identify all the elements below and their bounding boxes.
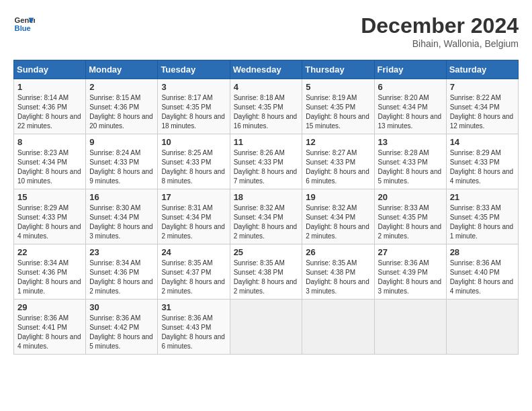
calendar-table: SundayMondayTuesdayWednesdayThursdayFrid… <box>13 60 519 355</box>
day-number: 12 <box>306 137 370 147</box>
calendar-day-cell: 20 Sunrise: 8:33 AMSunset: 4:35 PMDaylig… <box>374 189 446 244</box>
weekday-header: Monday <box>86 60 158 79</box>
day-info: Sunrise: 8:36 AMSunset: 4:39 PMDaylight:… <box>378 259 442 295</box>
day-number: 16 <box>89 192 154 202</box>
calendar-day-cell: 15 Sunrise: 8:29 AMSunset: 4:33 PMDaylig… <box>14 189 86 244</box>
day-number: 2 <box>89 82 154 92</box>
day-number: 17 <box>161 192 226 202</box>
day-info: Sunrise: 8:35 AMSunset: 4:38 PMDaylight:… <box>306 259 369 295</box>
logo-icon: General Blue <box>13 13 35 35</box>
day-number: 1 <box>17 82 82 92</box>
calendar-day-cell: 11 Sunrise: 8:26 AMSunset: 4:33 PMDaylig… <box>230 134 302 189</box>
day-number: 30 <box>89 302 154 312</box>
weekday-header: Friday <box>374 60 446 79</box>
calendar-day-cell: 3 Sunrise: 8:17 AMSunset: 4:35 PMDayligh… <box>158 79 230 134</box>
calendar-day-cell: 10 Sunrise: 8:25 AMSunset: 4:33 PMDaylig… <box>158 134 230 189</box>
day-number: 5 <box>306 82 370 92</box>
weekday-header: Sunday <box>14 60 86 79</box>
calendar-day-cell: 21 Sunrise: 8:33 AMSunset: 4:35 PMDaylig… <box>446 189 518 244</box>
day-number: 20 <box>378 192 443 202</box>
calendar-day-cell: 24 Sunrise: 8:35 AMSunset: 4:37 PMDaylig… <box>158 244 230 300</box>
day-info: Sunrise: 8:34 AMSunset: 4:36 PMDaylight:… <box>89 259 153 295</box>
svg-text:Blue: Blue <box>15 24 31 32</box>
day-number: 11 <box>234 137 299 147</box>
calendar-day-cell: 28 Sunrise: 8:36 AMSunset: 4:40 PMDaylig… <box>446 244 518 300</box>
calendar-day-cell: 23 Sunrise: 8:34 AMSunset: 4:36 PMDaylig… <box>86 244 158 300</box>
day-info: Sunrise: 8:30 AMSunset: 4:34 PMDaylight:… <box>89 204 153 240</box>
day-number: 26 <box>306 247 370 257</box>
day-number: 6 <box>378 82 443 92</box>
day-info: Sunrise: 8:32 AMSunset: 4:34 PMDaylight:… <box>306 204 369 240</box>
calendar-day-cell: 16 Sunrise: 8:30 AMSunset: 4:34 PMDaylig… <box>86 189 158 244</box>
calendar-week-row: 29 Sunrise: 8:36 AMSunset: 4:41 PMDaylig… <box>14 300 519 355</box>
day-number: 14 <box>450 137 515 147</box>
calendar-day-cell <box>374 300 446 355</box>
day-number: 19 <box>306 192 370 202</box>
day-number: 18 <box>234 192 299 202</box>
day-number: 25 <box>234 247 299 257</box>
calendar-day-cell: 30 Sunrise: 8:36 AMSunset: 4:42 PMDaylig… <box>86 300 158 355</box>
day-info: Sunrise: 8:20 AMSunset: 4:34 PMDaylight:… <box>378 94 442 130</box>
day-number: 29 <box>17 302 82 312</box>
calendar-day-cell: 19 Sunrise: 8:32 AMSunset: 4:34 PMDaylig… <box>302 189 374 244</box>
calendar-day-cell: 14 Sunrise: 8:29 AMSunset: 4:33 PMDaylig… <box>446 134 518 189</box>
day-number: 8 <box>17 137 82 147</box>
day-info: Sunrise: 8:17 AMSunset: 4:35 PMDaylight:… <box>161 94 225 130</box>
calendar-day-cell: 22 Sunrise: 8:34 AMSunset: 4:36 PMDaylig… <box>14 244 86 300</box>
page-header: General Blue December 2024 Bihain, Wallo… <box>13 13 519 49</box>
day-info: Sunrise: 8:35 AMSunset: 4:37 PMDaylight:… <box>161 259 225 295</box>
calendar-day-cell: 27 Sunrise: 8:36 AMSunset: 4:39 PMDaylig… <box>374 244 446 300</box>
day-number: 22 <box>17 247 82 257</box>
day-info: Sunrise: 8:18 AMSunset: 4:35 PMDaylight:… <box>234 94 298 130</box>
day-number: 21 <box>450 192 515 202</box>
calendar-week-row: 1 Sunrise: 8:14 AMSunset: 4:36 PMDayligh… <box>14 79 519 134</box>
calendar-day-cell: 18 Sunrise: 8:32 AMSunset: 4:34 PMDaylig… <box>230 189 302 244</box>
day-number: 31 <box>161 302 226 312</box>
calendar-day-cell: 9 Sunrise: 8:24 AMSunset: 4:33 PMDayligh… <box>86 134 158 189</box>
day-info: Sunrise: 8:31 AMSunset: 4:34 PMDaylight:… <box>161 204 225 240</box>
day-number: 23 <box>89 247 154 257</box>
calendar-day-cell: 26 Sunrise: 8:35 AMSunset: 4:38 PMDaylig… <box>302 244 374 300</box>
logo: General Blue <box>13 13 35 35</box>
calendar-day-cell: 6 Sunrise: 8:20 AMSunset: 4:34 PMDayligh… <box>374 79 446 134</box>
day-info: Sunrise: 8:35 AMSunset: 4:38 PMDaylight:… <box>234 259 298 295</box>
calendar-day-cell <box>446 300 518 355</box>
weekday-header-row: SundayMondayTuesdayWednesdayThursdayFrid… <box>14 60 519 79</box>
calendar-day-cell: 4 Sunrise: 8:18 AMSunset: 4:35 PMDayligh… <box>230 79 302 134</box>
day-info: Sunrise: 8:24 AMSunset: 4:33 PMDaylight:… <box>89 149 153 185</box>
weekday-header: Wednesday <box>230 60 302 79</box>
calendar-day-cell: 12 Sunrise: 8:27 AMSunset: 4:33 PMDaylig… <box>302 134 374 189</box>
calendar-day-cell: 2 Sunrise: 8:15 AMSunset: 4:36 PMDayligh… <box>86 79 158 134</box>
calendar-day-cell: 29 Sunrise: 8:36 AMSunset: 4:41 PMDaylig… <box>14 300 86 355</box>
day-info: Sunrise: 8:29 AMSunset: 4:33 PMDaylight:… <box>450 149 514 185</box>
day-info: Sunrise: 8:34 AMSunset: 4:36 PMDaylight:… <box>17 259 81 295</box>
month-year-title: December 2024 <box>361 13 519 38</box>
day-number: 9 <box>89 137 154 147</box>
day-info: Sunrise: 8:26 AMSunset: 4:33 PMDaylight:… <box>234 149 298 185</box>
calendar-day-cell <box>302 300 374 355</box>
day-info: Sunrise: 8:29 AMSunset: 4:33 PMDaylight:… <box>17 204 81 240</box>
day-info: Sunrise: 8:36 AMSunset: 4:42 PMDaylight:… <box>89 314 153 350</box>
calendar-day-cell: 25 Sunrise: 8:35 AMSunset: 4:38 PMDaylig… <box>230 244 302 300</box>
day-number: 4 <box>234 82 299 92</box>
calendar-day-cell: 1 Sunrise: 8:14 AMSunset: 4:36 PMDayligh… <box>14 79 86 134</box>
day-info: Sunrise: 8:25 AMSunset: 4:33 PMDaylight:… <box>161 149 225 185</box>
weekday-header: Tuesday <box>158 60 230 79</box>
day-info: Sunrise: 8:36 AMSunset: 4:41 PMDaylight:… <box>17 314 81 350</box>
day-number: 13 <box>378 137 443 147</box>
calendar-day-cell: 13 Sunrise: 8:28 AMSunset: 4:33 PMDaylig… <box>374 134 446 189</box>
day-number: 27 <box>378 247 443 257</box>
day-number: 24 <box>161 247 226 257</box>
calendar-day-cell: 17 Sunrise: 8:31 AMSunset: 4:34 PMDaylig… <box>158 189 230 244</box>
day-info: Sunrise: 8:15 AMSunset: 4:36 PMDaylight:… <box>89 94 153 130</box>
day-info: Sunrise: 8:28 AMSunset: 4:33 PMDaylight:… <box>378 149 442 185</box>
day-info: Sunrise: 8:33 AMSunset: 4:35 PMDaylight:… <box>378 204 442 240</box>
calendar-day-cell: 31 Sunrise: 8:36 AMSunset: 4:43 PMDaylig… <box>158 300 230 355</box>
day-info: Sunrise: 8:36 AMSunset: 4:40 PMDaylight:… <box>450 259 514 295</box>
day-number: 7 <box>450 82 515 92</box>
location-subtitle: Bihain, Wallonia, Belgium <box>361 38 519 49</box>
calendar-week-row: 22 Sunrise: 8:34 AMSunset: 4:36 PMDaylig… <box>14 244 519 300</box>
calendar-day-cell: 8 Sunrise: 8:23 AMSunset: 4:34 PMDayligh… <box>14 134 86 189</box>
day-info: Sunrise: 8:33 AMSunset: 4:35 PMDaylight:… <box>450 204 514 240</box>
calendar-week-row: 8 Sunrise: 8:23 AMSunset: 4:34 PMDayligh… <box>14 134 519 189</box>
